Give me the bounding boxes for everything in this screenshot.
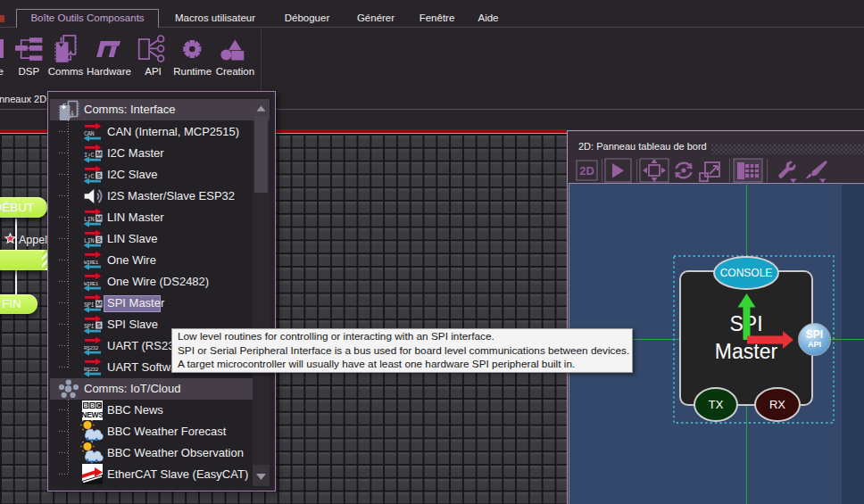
svg-text:RS232: RS232 [84,345,99,351]
svg-text:S: S [96,172,101,178]
svg-text:LIN: LIN [84,237,95,244]
svg-text:S: S [96,322,101,328]
svg-text:S: S [96,236,101,243]
svg-text:2D: 2D [579,164,594,178]
svg-text:M: M [96,215,102,221]
svg-text:M: M [96,151,102,157]
svg-text:NEWS: NEWS [82,410,103,419]
svg-text:CAN: CAN [84,130,95,137]
svg-text:M: M [96,301,102,307]
svg-text:C: C [96,402,101,409]
svg-text:SPI: SPI [84,302,95,309]
svg-text:SPI: SPI [84,323,95,330]
svg-text:B: B [84,402,88,409]
svg-text:I²C: I²C [84,173,95,180]
svg-text:RS232: RS232 [84,367,99,373]
svg-text:I²C: I²C [84,152,95,159]
svg-text:WIRE1: WIRE1 [84,260,99,266]
svg-text:LIN: LIN [84,216,95,223]
svg-text:B: B [90,402,95,409]
svg-text:WIRE1: WIRE1 [84,281,99,287]
